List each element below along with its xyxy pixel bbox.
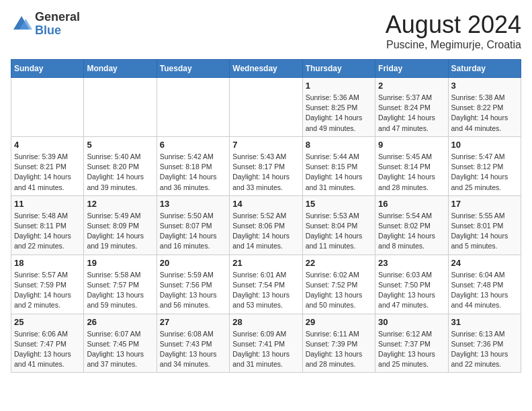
day-number: 25	[14, 317, 81, 327]
header-wednesday: Wednesday	[230, 60, 302, 78]
day-number: 31	[451, 317, 518, 327]
title-block: August 2024 Puscine, Megimurje, Croatia	[386, 11, 521, 51]
day-number: 6	[160, 140, 226, 150]
calendar-cell: 19Sunrise: 5:58 AMSunset: 7:57 PMDayligh…	[84, 255, 157, 314]
calendar-cell: 29Sunrise: 6:11 AMSunset: 7:39 PMDayligh…	[302, 314, 375, 373]
day-info: Sunrise: 5:49 AMSunset: 8:09 PMDaylight:…	[87, 211, 153, 252]
header-saturday: Saturday	[448, 60, 521, 78]
day-info: Sunrise: 6:02 AMSunset: 7:52 PMDaylight:…	[306, 270, 372, 311]
day-number: 15	[306, 199, 372, 209]
day-number: 28	[232, 317, 299, 327]
week-row-3: 11Sunrise: 5:48 AMSunset: 8:11 PMDayligh…	[11, 195, 521, 255]
logo-general-text: General	[35, 11, 80, 24]
calendar-table: SundayMondayTuesdayWednesdayThursdayFrid…	[11, 59, 521, 373]
day-number: 5	[87, 140, 153, 150]
week-row-2: 4Sunrise: 5:39 AMSunset: 8:21 PMDaylight…	[11, 136, 521, 195]
week-row-5: 25Sunrise: 6:06 AMSunset: 7:47 PMDayligh…	[11, 314, 521, 373]
day-info: Sunrise: 5:57 AMSunset: 7:59 PMDaylight:…	[14, 270, 81, 311]
day-number: 9	[378, 140, 445, 150]
day-info: Sunrise: 6:01 AMSunset: 7:54 PMDaylight:…	[232, 270, 299, 311]
calendar-cell: 9Sunrise: 5:45 AMSunset: 8:14 PMDaylight…	[375, 136, 448, 195]
day-info: Sunrise: 5:38 AMSunset: 8:22 PMDaylight:…	[451, 93, 518, 134]
calendar-cell	[11, 78, 84, 137]
day-info: Sunrise: 6:06 AMSunset: 7:47 PMDaylight:…	[14, 329, 81, 370]
day-number: 17	[451, 199, 518, 209]
logo-blue-text: Blue	[35, 24, 80, 38]
calendar-cell: 21Sunrise: 6:01 AMSunset: 7:54 PMDayligh…	[230, 255, 302, 314]
day-number: 22	[306, 258, 372, 268]
calendar-header-row: SundayMondayTuesdayWednesdayThursdayFrid…	[11, 60, 521, 78]
day-info: Sunrise: 6:07 AMSunset: 7:45 PMDaylight:…	[87, 329, 153, 370]
calendar-cell: 8Sunrise: 5:44 AMSunset: 8:15 PMDaylight…	[302, 136, 375, 195]
logo: General Blue	[11, 11, 80, 38]
day-info: Sunrise: 6:08 AMSunset: 7:43 PMDaylight:…	[160, 329, 226, 370]
day-number: 8	[306, 140, 372, 150]
day-info: Sunrise: 5:48 AMSunset: 8:11 PMDaylight:…	[14, 211, 81, 252]
week-row-4: 18Sunrise: 5:57 AMSunset: 7:59 PMDayligh…	[11, 255, 521, 314]
day-number: 20	[160, 258, 226, 268]
day-number: 21	[232, 258, 299, 268]
day-number: 18	[14, 258, 81, 268]
day-number: 30	[378, 317, 445, 327]
logo-icon	[11, 13, 32, 35]
calendar-cell: 25Sunrise: 6:06 AMSunset: 7:47 PMDayligh…	[11, 314, 84, 373]
calendar-cell: 5Sunrise: 5:40 AMSunset: 8:20 PMDaylight…	[84, 136, 157, 195]
day-info: Sunrise: 5:43 AMSunset: 8:17 PMDaylight:…	[232, 152, 299, 193]
header-monday: Monday	[84, 60, 157, 78]
day-number: 3	[451, 81, 518, 91]
day-number: 11	[14, 199, 81, 209]
day-number: 1	[306, 81, 372, 91]
calendar-cell: 3Sunrise: 5:38 AMSunset: 8:22 PMDaylight…	[448, 78, 521, 137]
calendar-cell: 7Sunrise: 5:43 AMSunset: 8:17 PMDaylight…	[230, 136, 302, 195]
day-number: 2	[378, 81, 445, 91]
calendar-cell	[157, 78, 229, 137]
day-info: Sunrise: 5:39 AMSunset: 8:21 PMDaylight:…	[14, 152, 81, 193]
day-info: Sunrise: 5:42 AMSunset: 8:18 PMDaylight:…	[160, 152, 226, 193]
day-info: Sunrise: 5:45 AMSunset: 8:14 PMDaylight:…	[378, 152, 445, 193]
day-number: 4	[14, 140, 81, 150]
day-info: Sunrise: 5:47 AMSunset: 8:12 PMDaylight:…	[451, 152, 518, 193]
day-number: 26	[87, 317, 153, 327]
calendar-cell	[84, 78, 157, 137]
week-row-1: 1Sunrise: 5:36 AMSunset: 8:25 PMDaylight…	[11, 78, 521, 137]
day-info: Sunrise: 6:09 AMSunset: 7:41 PMDaylight:…	[232, 329, 299, 370]
day-number: 23	[378, 258, 445, 268]
calendar-cell: 4Sunrise: 5:39 AMSunset: 8:21 PMDaylight…	[11, 136, 84, 195]
calendar-cell: 16Sunrise: 5:54 AMSunset: 8:02 PMDayligh…	[375, 195, 448, 255]
day-number: 19	[87, 258, 153, 268]
day-number: 27	[160, 317, 226, 327]
calendar-cell: 20Sunrise: 5:59 AMSunset: 7:56 PMDayligh…	[157, 255, 229, 314]
day-info: Sunrise: 5:37 AMSunset: 8:24 PMDaylight:…	[378, 93, 445, 134]
day-info: Sunrise: 5:50 AMSunset: 8:07 PMDaylight:…	[160, 211, 226, 252]
calendar-title: August 2024	[386, 11, 521, 39]
day-info: Sunrise: 6:12 AMSunset: 7:37 PMDaylight:…	[378, 329, 445, 370]
calendar-cell: 2Sunrise: 5:37 AMSunset: 8:24 PMDaylight…	[375, 78, 448, 137]
day-number: 16	[378, 199, 445, 209]
calendar-cell: 28Sunrise: 6:09 AMSunset: 7:41 PMDayligh…	[230, 314, 302, 373]
day-info: Sunrise: 5:40 AMSunset: 8:20 PMDaylight:…	[87, 152, 153, 193]
calendar-cell: 6Sunrise: 5:42 AMSunset: 8:18 PMDaylight…	[157, 136, 229, 195]
calendar-cell: 15Sunrise: 5:53 AMSunset: 8:04 PMDayligh…	[302, 195, 375, 255]
day-info: Sunrise: 5:36 AMSunset: 8:25 PMDaylight:…	[306, 93, 372, 134]
header-thursday: Thursday	[302, 60, 375, 78]
day-info: Sunrise: 6:13 AMSunset: 7:36 PMDaylight:…	[451, 329, 518, 370]
calendar-cell: 1Sunrise: 5:36 AMSunset: 8:25 PMDaylight…	[302, 78, 375, 137]
day-info: Sunrise: 5:54 AMSunset: 8:02 PMDaylight:…	[378, 211, 445, 252]
calendar-cell: 27Sunrise: 6:08 AMSunset: 7:43 PMDayligh…	[157, 314, 229, 373]
calendar-subtitle: Puscine, Megimurje, Croatia	[386, 39, 521, 51]
calendar-cell: 24Sunrise: 6:04 AMSunset: 7:48 PMDayligh…	[448, 255, 521, 314]
day-info: Sunrise: 5:52 AMSunset: 8:06 PMDaylight:…	[232, 211, 299, 252]
day-info: Sunrise: 6:03 AMSunset: 7:50 PMDaylight:…	[378, 270, 445, 311]
header-sunday: Sunday	[11, 60, 84, 78]
calendar-cell	[230, 78, 302, 137]
day-info: Sunrise: 5:53 AMSunset: 8:04 PMDaylight:…	[306, 211, 372, 252]
calendar-cell: 26Sunrise: 6:07 AMSunset: 7:45 PMDayligh…	[84, 314, 157, 373]
calendar-cell: 14Sunrise: 5:52 AMSunset: 8:06 PMDayligh…	[230, 195, 302, 255]
day-number: 14	[232, 199, 299, 209]
calendar-cell: 18Sunrise: 5:57 AMSunset: 7:59 PMDayligh…	[11, 255, 84, 314]
day-info: Sunrise: 5:59 AMSunset: 7:56 PMDaylight:…	[160, 270, 226, 311]
day-info: Sunrise: 5:44 AMSunset: 8:15 PMDaylight:…	[306, 152, 372, 193]
day-number: 13	[160, 199, 226, 209]
calendar-cell: 23Sunrise: 6:03 AMSunset: 7:50 PMDayligh…	[375, 255, 448, 314]
page-header: General Blue August 2024 Puscine, Megimu…	[11, 11, 521, 51]
